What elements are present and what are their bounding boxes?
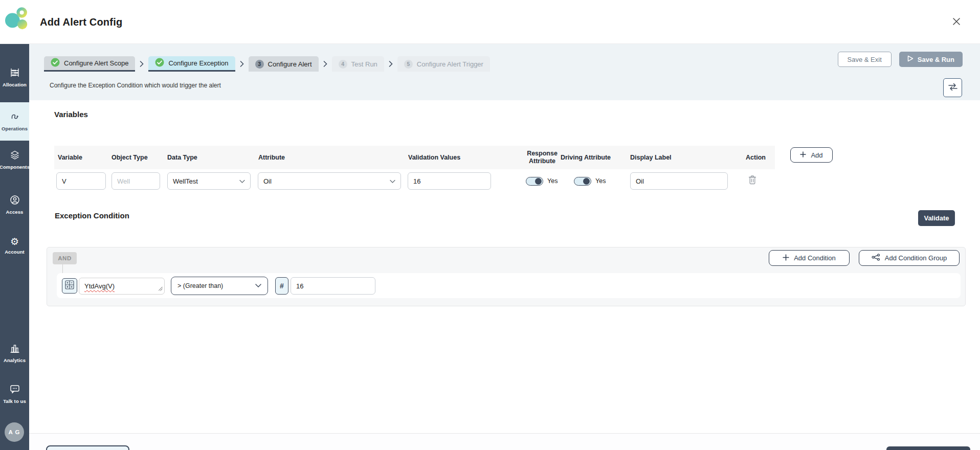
app-logo-icon — [5, 5, 30, 35]
sidebar-nav: Allocation Operations Components — [0, 44, 29, 450]
group-operator-chip[interactable]: AND — [53, 252, 77, 264]
main-content: Variables Variable Object Type Data Type… — [29, 100, 980, 433]
save-run-button[interactable]: Save & Run — [899, 52, 963, 67]
validate-button[interactable]: Validate — [918, 210, 955, 226]
step-test-run: 4 Test Run — [332, 56, 384, 72]
display-label-input[interactable] — [630, 172, 728, 190]
check-circle-icon — [155, 58, 164, 69]
exception-condition-heading: Exception Condition — [55, 211, 129, 220]
chevron-down-icon — [390, 177, 395, 185]
close-icon[interactable] — [951, 16, 962, 27]
plus-icon — [800, 151, 806, 159]
driving-attribute-value: Yes — [595, 177, 606, 185]
sidebar-item-allocation[interactable]: Allocation — [0, 68, 29, 87]
play-icon — [907, 55, 914, 63]
step-description: Configure the Exception Condition which … — [50, 82, 221, 89]
gear-icon: ⚙ — [10, 237, 19, 247]
sidebar-item-components[interactable]: Components — [0, 150, 29, 170]
step-configure-alert[interactable]: 3 Configure Alert — [249, 56, 319, 72]
wizard-stepper: Configure Alert Scope Configure Exceptio… — [44, 56, 490, 72]
column-header: Display Label — [630, 154, 672, 161]
chevron-down-icon — [255, 282, 261, 289]
condition-value-input[interactable] — [291, 277, 375, 295]
step-number-badge: 3 — [255, 60, 264, 69]
attribute-select[interactable]: Oil — [258, 172, 401, 190]
check-circle-icon — [51, 58, 60, 69]
previous-step-button[interactable] — [46, 445, 129, 450]
condition-row: YtdAvg(V) > (Greater than) # — [57, 273, 961, 298]
abacus-icon — [10, 68, 20, 80]
driving-attribute-toggle[interactable] — [574, 177, 591, 186]
flow-icon — [10, 111, 20, 124]
chevron-down-icon — [239, 177, 245, 185]
chat-bubble-icon — [10, 384, 20, 396]
operator-select[interactable]: > (Greater than) — [171, 277, 268, 295]
chevron-right-icon — [240, 56, 244, 72]
swap-arrows-icon — [948, 83, 958, 93]
stepper-band: Configure Alert Scope Configure Exceptio… — [29, 44, 980, 100]
column-header: Validation Values — [408, 154, 460, 161]
app-header: Add Alert Config — [0, 0, 980, 44]
sidebar-item-talk-to-us[interactable]: Talk to us — [0, 384, 29, 404]
value-type-button[interactable]: # — [275, 277, 288, 295]
resize-grip-icon[interactable] — [159, 285, 163, 292]
variables-heading: Variables — [54, 110, 88, 119]
add-alert-config-screen: Add Alert Config Allocation — [0, 0, 980, 450]
step-configure-alert-trigger: 5 Configure Alert Trigger — [397, 56, 490, 72]
step-configure-alert-scope[interactable]: Configure Alert Scope — [44, 56, 135, 72]
group-connector-line — [62, 264, 63, 273]
page-title: Add Alert Config — [40, 16, 122, 28]
add-condition-group-button[interactable]: Add Condition Group — [859, 250, 960, 266]
column-header: Driving Attribute — [560, 154, 611, 162]
sidebar-item-access[interactable]: Access — [0, 195, 29, 215]
data-type-select[interactable]: WellTest — [167, 172, 251, 190]
toggle-knob — [583, 178, 590, 185]
save-exit-button[interactable]: Save & Exit — [838, 52, 892, 67]
layers-icon — [10, 150, 20, 162]
swap-view-button[interactable] — [943, 78, 962, 97]
plus-icon — [783, 254, 789, 262]
sidebar-item-operations[interactable]: Operations — [0, 102, 29, 141]
column-header: Action — [737, 154, 775, 162]
step-number-badge: 5 — [404, 60, 413, 69]
person-circle-icon — [10, 195, 20, 207]
trash-icon — [748, 178, 756, 186]
delete-row-button[interactable] — [748, 175, 756, 186]
response-attribute-value: Yes — [547, 177, 558, 185]
column-header: Data Type — [167, 154, 197, 161]
toggle-knob — [535, 178, 542, 185]
chevron-right-icon — [323, 56, 327, 72]
step-configure-exception[interactable]: Configure Exception — [148, 56, 235, 72]
expression-text: YtdAvg(V) — [84, 282, 115, 290]
column-header: Attribute — [258, 154, 285, 161]
calculator-icon — [65, 280, 74, 291]
validation-values-input[interactable] — [408, 172, 491, 190]
variables-table-header: Variable Object Type Data Type Attribute… — [54, 146, 775, 169]
toolbar: Save & Exit Save & Run — [838, 52, 963, 67]
chevron-right-icon — [140, 56, 144, 72]
condition-group: AND Add Condition Add Condition Group — [47, 247, 966, 306]
column-header: Object Type — [112, 154, 148, 161]
response-attribute-toggle[interactable] — [526, 177, 543, 186]
step-number-badge: 4 — [339, 60, 347, 69]
sidebar-item-account[interactable]: ⚙ Account — [0, 237, 29, 255]
add-variable-button[interactable]: Add — [790, 147, 833, 163]
sidebar-item-analytics[interactable]: Analytics — [0, 343, 29, 363]
branch-icon — [872, 254, 880, 262]
footer-bar — [29, 433, 980, 450]
add-condition-button[interactable]: Add Condition — [769, 250, 850, 266]
bar-chart-icon — [10, 343, 20, 355]
next-step-button[interactable] — [886, 446, 970, 450]
expression-field[interactable]: YtdAvg(V) — [79, 278, 165, 295]
user-avatar[interactable]: A G — [5, 422, 24, 442]
chevron-right-icon — [389, 56, 393, 72]
variable-input[interactable] — [56, 172, 106, 190]
expression-builder-button[interactable] — [62, 278, 77, 294]
column-header: Variable — [58, 154, 82, 161]
object-type-input[interactable] — [112, 172, 160, 190]
